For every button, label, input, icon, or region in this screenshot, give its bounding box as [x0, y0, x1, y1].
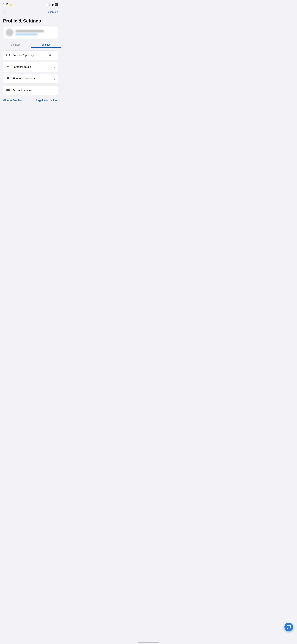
shield-icon [6, 53, 10, 58]
lock-icon [6, 76, 10, 81]
profile-name [15, 30, 44, 32]
profile-card[interactable] [3, 26, 58, 39]
tab-connect[interactable]: Connect [0, 42, 31, 48]
svg-rect-1 [7, 78, 9, 80]
person-icon [6, 65, 10, 69]
status-time: 2:17 [3, 3, 8, 6]
settings-item-security[interactable]: Security & privacy › [3, 50, 58, 60]
page-title: Profile & Settings [3, 18, 58, 24]
notification-dot [49, 54, 51, 56]
feedback-chevron-icon: › [24, 99, 25, 102]
battery-icon: 54 [55, 3, 58, 6]
chevron-down-icon-2: ∨ [53, 77, 55, 80]
tab-settings[interactable]: Settings [31, 42, 61, 48]
settings-item-signin[interactable]: Sign-in preferences ∨ [3, 74, 58, 84]
footer-links: Give us feedback › Legal information › [0, 98, 61, 106]
status-icons: 54 [47, 3, 58, 6]
account-label: Account settings [12, 89, 51, 92]
signal-icon [47, 4, 50, 6]
settings-list: Security & privacy › Personal details ∨ … [0, 48, 61, 98]
security-label: Security & privacy [12, 54, 52, 57]
feedback-label: Give us feedback [3, 99, 24, 102]
settings-item-personal[interactable]: Personal details ∨ [3, 62, 58, 72]
status-bar: 2:17 🌙 54 [0, 0, 61, 8]
svg-point-0 [7, 66, 9, 67]
settings-item-account[interactable]: Account settings ∨ [3, 85, 58, 95]
profile-info [15, 30, 55, 35]
back-button[interactable]: ‹ [3, 9, 6, 15]
legal-chevron-icon: › [57, 99, 58, 102]
chevron-down-icon-3: ∨ [53, 88, 55, 92]
chevron-right-icon: › [54, 54, 55, 57]
legal-label: Legal information [36, 99, 57, 102]
wifi-icon [51, 4, 54, 6]
moon-icon: 🌙 [9, 3, 12, 6]
sign-out-button[interactable]: Sign out [48, 10, 58, 14]
signin-label: Sign-in preferences [12, 77, 51, 80]
personal-label: Personal details [12, 66, 51, 68]
legal-link[interactable]: Legal information › [36, 99, 58, 102]
nav-bar: ‹ Sign out [0, 8, 61, 17]
profile-email [15, 34, 37, 35]
page-header: Profile & Settings [0, 17, 61, 26]
avatar [6, 29, 13, 36]
feedback-link[interactable]: Give us feedback › [3, 99, 25, 102]
chevron-down-icon: ∨ [53, 65, 55, 69]
bank-icon [6, 88, 10, 92]
tabs-container: Connect Settings [0, 42, 61, 48]
